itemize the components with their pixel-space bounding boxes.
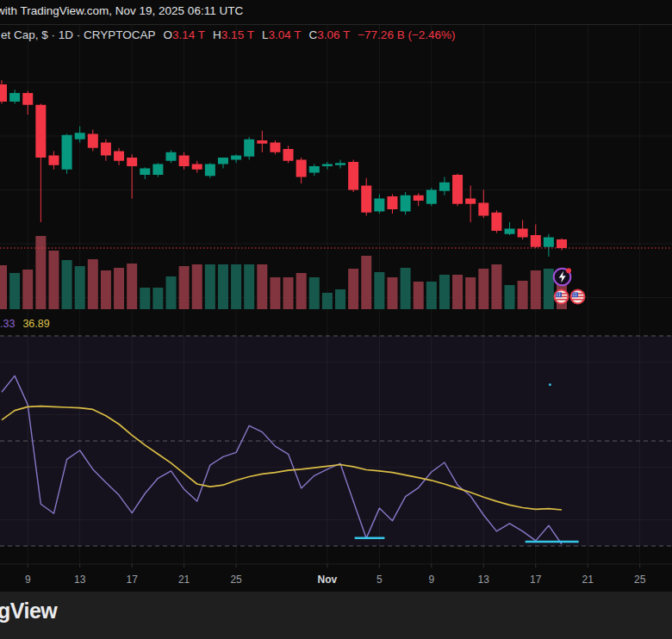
time-axis-label: 9 xyxy=(25,574,31,586)
ohlc-item-value: 3.06 T xyxy=(317,28,350,41)
ohlc-item-label: O xyxy=(164,28,173,41)
bottom-bar: gView xyxy=(0,592,672,639)
symbol-row: et Cap, $ · 1D · CRYPTOCAPO3.14 TH3.15 T… xyxy=(1,28,456,41)
symbol-title: et Cap, $ · 1D · CRYPTOCAP xyxy=(1,28,156,41)
time-axis-label: 9 xyxy=(428,574,434,586)
ohlc-item-value: 3.15 T xyxy=(221,28,254,41)
ohlc-item-label: C xyxy=(308,28,317,41)
rsi-value-labels: .3336.89 xyxy=(0,318,50,330)
attribution-bar: with TradingView.com, Nov 19, 2025 06:11… xyxy=(0,0,672,25)
change-value: −77.26 B (−2.46%) xyxy=(358,28,455,41)
time-axis-label: 21 xyxy=(582,574,594,586)
price-chart[interactable] xyxy=(0,0,672,639)
tradingview-logo: gView xyxy=(0,599,57,623)
time-axis-label: 17 xyxy=(530,574,541,586)
time-axis-label: 5 xyxy=(376,574,383,586)
ohlc-item-label: H xyxy=(213,28,221,41)
ohlc-values: O3.14 TH3.15 TL3.04 TC3.06 T xyxy=(156,28,351,41)
ohlc-item-value: 3.14 T xyxy=(172,28,205,41)
time-axis-label: 17 xyxy=(126,574,137,586)
time-axis-label: 13 xyxy=(74,574,85,586)
lightning-event-icon[interactable] xyxy=(551,266,573,288)
ohlc-item-value: 3.04 T xyxy=(268,28,301,41)
rsi-value-label: .33 xyxy=(0,318,15,330)
us-flag-event-icon[interactable] xyxy=(569,288,586,305)
time-axis-label: Nov xyxy=(318,574,338,586)
time-axis-label: 25 xyxy=(634,574,645,586)
tradingview-snapshot: with TradingView.com, Nov 19, 2025 06:11… xyxy=(0,0,672,639)
us-flag-event-icon[interactable] xyxy=(553,288,569,305)
time-axis-label: 13 xyxy=(478,574,489,586)
time-axis-label: 25 xyxy=(230,574,241,586)
time-axis-label: 21 xyxy=(178,574,190,586)
time-axis: 913172125Nov5913172125 xyxy=(0,574,672,589)
rsi-ma-value-label: 36.89 xyxy=(22,318,49,330)
attribution-text: with TradingView.com, Nov 19, 2025 06:11… xyxy=(0,4,243,17)
